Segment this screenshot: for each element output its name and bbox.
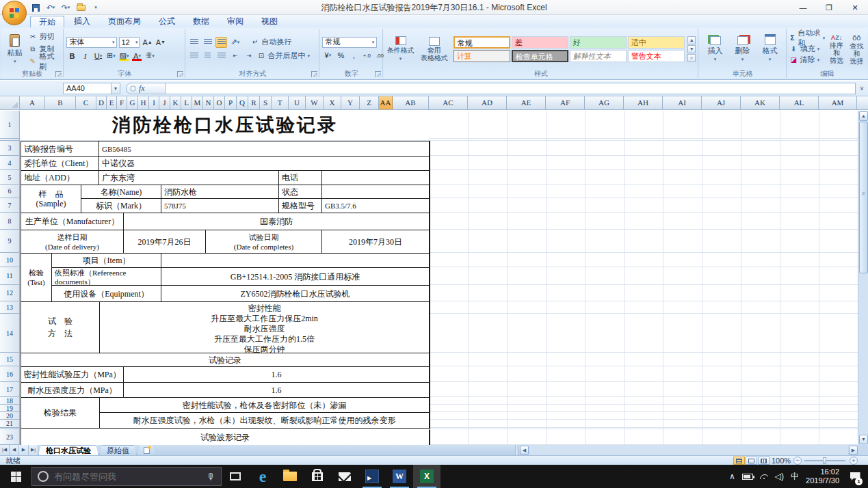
- phonetic-button[interactable]: 变▾: [144, 51, 155, 62]
- scroll-down-icon[interactable]: ▼: [859, 435, 868, 444]
- row-header-5[interactable]: 5: [0, 170, 20, 185]
- styles-scroll-up-icon[interactable]: ▲: [687, 36, 696, 44]
- taskbar-clock[interactable]: 16:02 2019/7/30: [806, 467, 839, 485]
- ribbon-tab-1[interactable]: 开始: [30, 16, 64, 27]
- column-header-AH[interactable]: AH: [624, 96, 663, 109]
- cell-status-label[interactable]: 状态: [279, 185, 322, 199]
- row-header-1[interactable]: 1: [0, 111, 20, 139]
- align-right-button[interactable]: [215, 51, 227, 62]
- row-header-19[interactable]: 19: [0, 405, 20, 412]
- column-header-AG[interactable]: AG: [585, 96, 624, 109]
- number-format-select[interactable]: 常规▾: [322, 37, 377, 48]
- save-icon[interactable]: [30, 3, 41, 13]
- row-header-21[interactable]: 21: [0, 420, 20, 428]
- ribbon-tab-7[interactable]: 视图: [253, 16, 286, 27]
- fill-button[interactable]: ⬇填充▾: [789, 44, 826, 54]
- office-button[interactable]: [2, 1, 27, 25]
- redo-icon[interactable]: ↷▾: [60, 3, 71, 13]
- format-painter-button[interactable]: ✎格式刷: [28, 55, 61, 67]
- column-header-AF[interactable]: AF: [546, 96, 585, 109]
- cell-test-label[interactable]: 检验 (Test): [21, 254, 52, 302]
- window-close-button[interactable]: ✕: [842, 0, 868, 15]
- ribbon-tab-6[interactable]: 审阅: [219, 16, 252, 27]
- cell-equipment-label[interactable]: 使用设备（Equipment）: [52, 286, 161, 302]
- cell-standard-label[interactable]: 依照标准（Refereence documents）: [52, 268, 161, 286]
- row-header-4[interactable]: 4: [0, 156, 20, 170]
- column-header-R[interactable]: R: [248, 96, 260, 109]
- delete-cells-button[interactable]: 删除▾: [731, 30, 754, 68]
- row-header-13[interactable]: 13: [0, 301, 20, 314]
- row-header-12[interactable]: 12: [0, 285, 20, 301]
- row-header-16[interactable]: 16: [0, 366, 20, 382]
- action-center-button[interactable]: 1: [846, 465, 864, 488]
- sheet-tab-2[interactable]: 原始值: [99, 445, 137, 455]
- column-header-AL[interactable]: AL: [780, 96, 819, 109]
- column-header-AE[interactable]: AE: [507, 96, 546, 109]
- horizontal-scrollbar[interactable]: [529, 445, 848, 455]
- open-icon[interactable]: [75, 3, 86, 13]
- column-header-T[interactable]: T: [272, 96, 289, 109]
- row-header-20[interactable]: 20: [0, 412, 20, 420]
- decrease-indent-button[interactable]: ⇤: [229, 51, 241, 62]
- ime-indicator[interactable]: 中: [791, 471, 799, 483]
- column-header-A[interactable]: A: [20, 96, 45, 109]
- cell-waveform-header[interactable]: 试验波形记录: [21, 430, 430, 445]
- column-header-C[interactable]: C: [76, 96, 96, 109]
- insert-function-button[interactable]: fx: [126, 83, 166, 94]
- cell-seal-pressure-label[interactable]: 密封性能试验压力（MPa）: [21, 367, 124, 383]
- cell-manufacturer[interactable]: 国泰消防: [124, 213, 430, 230]
- start-button[interactable]: [0, 465, 31, 488]
- styles-expand-icon[interactable]: ▿: [687, 54, 696, 62]
- column-header-K[interactable]: K: [170, 96, 181, 109]
- format-as-table-button[interactable]: 套用 表格格式: [418, 30, 451, 68]
- prev-sheet-icon[interactable]: ◀: [10, 445, 19, 455]
- sheet-tab-1[interactable]: 枪口水压试验: [38, 445, 98, 455]
- row-header-9[interactable]: 9: [0, 230, 20, 253]
- cut-button[interactable]: ✂剪切: [28, 31, 61, 42]
- align-top-button[interactable]: [188, 37, 200, 48]
- increase-decimal-button[interactable]: +.0: [361, 50, 372, 61]
- battery-icon[interactable]: [742, 474, 753, 480]
- font-color-button[interactable]: A▾: [131, 51, 142, 62]
- borders-button[interactable]: ⊞▾: [105, 51, 116, 62]
- column-header-AB[interactable]: AB: [393, 96, 429, 109]
- fill-color-button[interactable]: ▨▾: [118, 51, 129, 62]
- cell-strength-pressure[interactable]: 1.6: [124, 383, 430, 398]
- column-header-S[interactable]: S: [260, 96, 272, 109]
- cell-delivery-date[interactable]: 2019年7月26日: [124, 230, 206, 254]
- column-header-O[interactable]: O: [214, 96, 225, 109]
- conditional-formatting-button[interactable]: 条件格式 ▾: [386, 30, 415, 68]
- column-header-P[interactable]: P: [225, 96, 237, 109]
- ribbon-tab-4[interactable]: 公式: [150, 16, 183, 27]
- row-header-7[interactable]: 7: [0, 198, 20, 213]
- search-input[interactable]: [54, 472, 201, 482]
- scroll-up-icon[interactable]: ▲: [859, 111, 868, 121]
- align-middle-button[interactable]: [202, 37, 213, 48]
- cell-result-label[interactable]: 检验结果: [21, 398, 100, 429]
- ribbon-tab-2[interactable]: 插入: [66, 16, 98, 27]
- next-sheet-icon[interactable]: ▶: [19, 445, 29, 455]
- cell-style-normal[interactable]: 常规: [453, 36, 510, 49]
- column-header-X[interactable]: X: [324, 96, 341, 109]
- excel-button[interactable]: X: [413, 465, 440, 488]
- file-explorer-button[interactable]: [276, 465, 304, 488]
- column-header-D[interactable]: D: [96, 96, 107, 109]
- cell-style-good[interactable]: 好: [570, 36, 627, 49]
- cell-mark-label[interactable]: 标识（Mark）: [81, 199, 161, 213]
- cell-method-label[interactable]: 试 验 方 法: [21, 302, 100, 353]
- cell-client[interactable]: 中诺仪器: [99, 157, 430, 171]
- tab-splitter[interactable]: [515, 445, 518, 455]
- column-header-W[interactable]: W: [306, 96, 324, 109]
- increase-indent-button[interactable]: ⇥: [243, 51, 254, 62]
- cell-standard[interactable]: GB+12514.1-2005 消防接口通用标准: [161, 268, 430, 286]
- number-dialog-launcher-icon[interactable]: ◿: [375, 71, 381, 77]
- name-box-dropdown-icon[interactable]: ▼: [111, 83, 120, 94]
- find-select-button[interactable]: ōō 查找和 选择: [848, 30, 865, 68]
- row-header-14[interactable]: 14: [0, 314, 20, 353]
- cell-test-date[interactable]: 2019年7月30日: [322, 230, 430, 254]
- formula-input[interactable]: [166, 83, 856, 94]
- cell-name[interactable]: 消防水枪: [161, 185, 279, 199]
- cell-phone-label[interactable]: 电话: [279, 171, 322, 185]
- font-size-select[interactable]: 12▾: [119, 37, 140, 48]
- currency-format-button[interactable]: ¥▾: [322, 50, 333, 61]
